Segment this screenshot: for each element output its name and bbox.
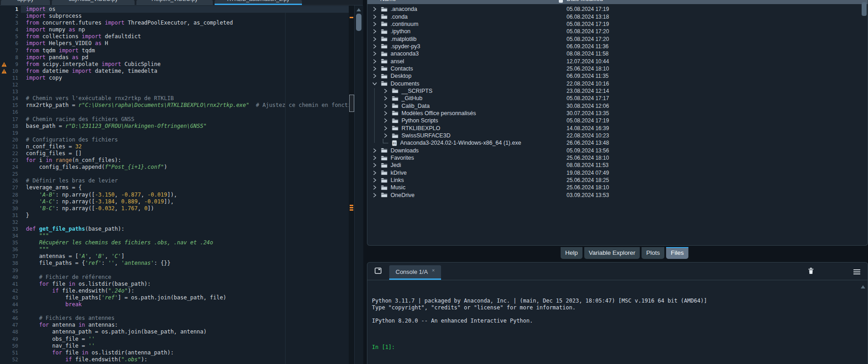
folder-icon (381, 66, 387, 71)
file-tree-row[interactable]: ansel12.07.2024 10:44 (367, 57, 861, 65)
chevron-right-icon[interactable] (372, 66, 377, 71)
code-token: copy (45, 75, 62, 81)
chevron-right-icon[interactable] (372, 22, 377, 26)
editor-scrollbar[interactable] (354, 5, 363, 364)
close-icon[interactable]: × (432, 268, 435, 273)
code-line: 10from datetime import datetime, timedel… (0, 68, 349, 75)
code-token: antennas = [ (26, 253, 79, 259)
file-name: Modèles Office personnalisés (401, 110, 476, 116)
file-tree-row[interactable]: __SCRIPTS23.08.2024 12:14 (367, 87, 861, 95)
file-date-modified: 19.08.2024 07:49 (567, 170, 609, 176)
sort-icon[interactable] (559, 0, 563, 3)
chevron-right-icon[interactable] (383, 118, 388, 123)
code-area[interactable]: 1import os2import subprocess3from concur… (0, 5, 349, 364)
pane-tab-help[interactable]: Help (561, 247, 582, 259)
file-date-modified: 22.08.2024 10:23 (567, 132, 609, 139)
line-number: 37 (0, 253, 18, 260)
line-number: 38 (0, 260, 18, 267)
editor-tab[interactable]: RTKLIB_automation_2.py (215, 0, 302, 5)
editor-scrollbar-thumb[interactable] (356, 14, 361, 31)
chevron-right-icon[interactable] (372, 15, 377, 19)
chevron-right-icon[interactable] (383, 104, 388, 108)
chevron-right-icon[interactable] (372, 51, 377, 56)
file-tree-row[interactable]: RTKLIBEXPLO14.08.2024 16:39 (367, 125, 861, 132)
scroll-up-arrow-icon[interactable] (356, 8, 361, 11)
chevron-right-icon[interactable] (372, 185, 377, 190)
file-tree-row[interactable]: Downloads05.09.2024 13:56 (367, 147, 861, 154)
pane-tab-files[interactable]: Files (666, 247, 688, 259)
scrollflag-viewport-box[interactable] (349, 95, 354, 112)
file-tree-row[interactable]: Python Scripts05.08.2024 17:19 (367, 117, 861, 124)
files-scrollbar-thumb[interactable] (862, 2, 867, 16)
file-tree-row[interactable]: Links25.06.2024 18:25 (367, 177, 861, 184)
file-tree-row[interactable]: _GitHub05.08.2024 17:17 (367, 95, 861, 102)
file-tree-row[interactable]: .ipython05.08.2024 17:20 (367, 28, 861, 35)
line-number: 20 (0, 136, 18, 143)
console-tab[interactable]: Console 1/A × (389, 265, 441, 280)
file-tree-row[interactable]: .spyder-py306.09.2024 11:36 (367, 43, 861, 50)
chevron-right-icon[interactable] (372, 148, 377, 153)
file-tree-row[interactable]: .anaconda05.08.2024 17:19 (367, 5, 861, 13)
chevron-right-icon[interactable] (372, 193, 377, 197)
code-line: 22config_files = [] (0, 150, 349, 157)
chevron-down-icon[interactable] (372, 82, 377, 86)
column-header-name[interactable]: Name (380, 0, 396, 4)
code-token: 'antennas' (121, 260, 154, 266)
remove-console-button[interactable] (808, 268, 814, 276)
file-tree-row[interactable]: .conda06.08.2024 13:18 (367, 13, 861, 20)
file-tree-row[interactable]: Modèles Office personnalisés30.07.2024 1… (367, 110, 861, 117)
console-output[interactable]: Python 3.11.7 | packaged by Anaconda, In… (372, 284, 858, 364)
chevron-right-icon[interactable] (383, 126, 388, 131)
editor-tab[interactable]: app.py (1, 0, 50, 5)
editor-tab-label: RTKLIB_automation_2.py (215, 0, 302, 5)
file-date-modified: 23.08.2024 12:14 (567, 88, 609, 94)
chevron-right-icon[interactable] (383, 96, 388, 101)
code-token: file_paths[ (26, 294, 101, 301)
code-token: ) (164, 164, 167, 170)
editor-tab[interactable]: dayRoad_VIDEO.py (52, 0, 135, 5)
column-header-date-modified[interactable]: Date Modified (567, 0, 603, 4)
line-number: 22 (0, 150, 18, 157)
file-name: .anaconda (391, 6, 417, 12)
options-menu-icon[interactable] (853, 268, 860, 276)
chevron-right-icon[interactable] (372, 29, 377, 34)
code-line: 31} (0, 212, 349, 219)
console-scroll-up-arrow-icon[interactable] (861, 285, 865, 288)
code-token: # Fichier de référence (39, 274, 111, 280)
chevron-right-icon[interactable] (372, 59, 377, 64)
chevron-right-icon[interactable] (383, 89, 388, 93)
file-tree-row[interactable]: SwissSURFACE3D22.08.2024 10:23 (367, 132, 861, 139)
pane-tab-plots[interactable]: Plots (642, 247, 664, 259)
file-tree-row[interactable]: Documents22.08.2024 10:16 (367, 80, 861, 87)
chevron-right-icon[interactable] (372, 74, 377, 78)
file-tree-row[interactable]: Desktop06.09.2024 11:35 (367, 72, 861, 80)
chevron-right-icon[interactable] (372, 178, 377, 182)
chevron-right-icon[interactable] (372, 163, 377, 167)
file-tree-row[interactable]: .matplotlib05.08.2024 17:20 (367, 35, 861, 42)
file-tree-row[interactable]: Music25.06.2024 18:10 (367, 184, 861, 191)
file-tree-row[interactable]: Jedi08.08.2024 11:53 (367, 162, 861, 169)
code-token (26, 246, 39, 253)
code-token: break (65, 301, 82, 308)
folder-icon (381, 156, 387, 161)
chevron-right-icon[interactable] (372, 171, 377, 175)
file-tree-row[interactable]: Contacts25.06.2024 18:10 (367, 65, 861, 72)
file-tree-row[interactable]: Calib_Data30.08.2024 12:06 (367, 102, 861, 109)
file-tree-row[interactable]: OneDrive03.09.2024 13:53 (367, 192, 861, 199)
chevron-right-icon[interactable] (383, 133, 388, 138)
file-tree-row[interactable]: anaconda308.08.2024 11:58 (367, 50, 861, 57)
file-tree-row[interactable]: Favorites25.06.2024 18:10 (367, 154, 861, 162)
line-number: 48 (0, 329, 18, 335)
file-tree-row[interactable]: kDrive19.08.2024 07:49 (367, 169, 861, 177)
pane-tab-variable-explorer[interactable]: Variable Explorer (584, 247, 640, 259)
chevron-right-icon[interactable] (372, 37, 377, 41)
chevron-right-icon[interactable] (372, 7, 377, 11)
file-tree-row[interactable]: 01Anaconda3-2024.02-1-Windows-x86_64 (1)… (367, 139, 861, 147)
file-tree-row[interactable]: .continuum05.08.2024 17:19 (367, 20, 861, 28)
chevron-right-icon[interactable] (383, 111, 388, 116)
code-line: 9from scipy.interpolate import CubicSpli… (0, 61, 349, 68)
chevron-right-icon[interactable] (372, 156, 377, 160)
editor-tab[interactable]: Helpers_VIDEO.py (136, 0, 213, 5)
chevron-right-icon[interactable] (372, 44, 377, 49)
console-window-icon[interactable] (375, 268, 381, 276)
